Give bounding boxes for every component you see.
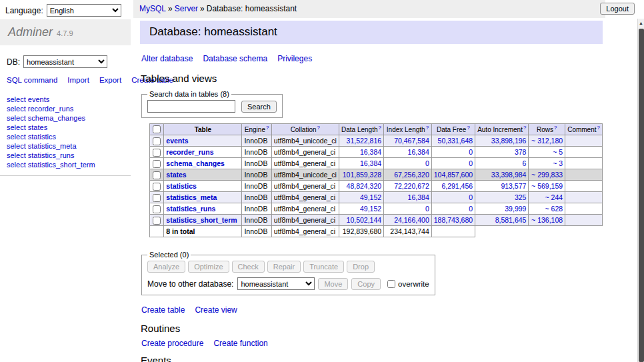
search-button[interactable]: Search — [241, 101, 277, 113]
help-link[interactable]: ? — [523, 125, 526, 131]
overwrite-checkbox[interactable] — [387, 280, 395, 288]
sidebar-select-statistics-link[interactable]: select statistics — [7, 133, 56, 141]
table-link[interactable]: recorder_runs — [166, 148, 213, 156]
index-length-link[interactable]: 67,256,320 — [394, 171, 429, 179]
truncate-button[interactable]: Truncate — [303, 261, 344, 273]
rows-link[interactable]: ~ 569,159 — [531, 182, 563, 190]
rows-link[interactable]: ~ 136,108 — [531, 216, 563, 224]
rows-link[interactable]: ~ 244 — [545, 193, 563, 201]
data-free-link[interactable]: 188,743,680 — [434, 216, 473, 224]
sidebar-select-events-link[interactable]: select events — [7, 95, 49, 103]
select-all-checkbox[interactable] — [153, 125, 161, 133]
repair-button[interactable]: Repair — [267, 261, 301, 273]
rows-link[interactable]: ~ 3 — [553, 159, 563, 167]
database-schema-link[interactable]: Database schema — [203, 54, 267, 63]
index-length-link[interactable]: 70,467,584 — [394, 137, 429, 145]
help-link[interactable]: ? — [317, 125, 320, 131]
help-link[interactable]: ? — [266, 125, 269, 131]
row-checkbox[interactable] — [153, 217, 161, 225]
optimize-button[interactable]: Optimize — [188, 261, 229, 273]
data-length-link[interactable]: 10,502,144 — [347, 216, 382, 224]
index-length-link[interactable]: 72,220,672 — [394, 182, 429, 190]
table-link[interactable]: statistics — [166, 182, 197, 190]
row-checkbox[interactable] — [153, 160, 161, 168]
breadcrumb-mysql-link[interactable]: MySQL — [139, 4, 166, 13]
auto-increment-link[interactable]: 39,999 — [505, 205, 526, 213]
sidebar-select-statistics-meta-link[interactable]: select statistics_meta — [7, 142, 77, 150]
create-function-link[interactable]: Create function — [213, 339, 267, 348]
table-link[interactable]: statistics_meta — [166, 193, 217, 201]
language-select[interactable]: English — [47, 4, 121, 17]
help-link[interactable]: ? — [597, 125, 600, 131]
row-checkbox[interactable] — [153, 183, 161, 191]
row-checkbox[interactable] — [153, 171, 161, 179]
data-free-link[interactable]: 6,291,456 — [441, 182, 473, 190]
analyze-button[interactable]: Analyze — [147, 261, 185, 273]
create-procedure-link[interactable]: Create procedure — [141, 339, 203, 348]
rows-link[interactable]: ~ 299,833 — [531, 171, 563, 179]
data-length-link[interactable]: 31,522,816 — [347, 137, 382, 145]
alter-database-link[interactable]: Alter database — [141, 54, 193, 63]
breadcrumb-server-link[interactable]: Server — [175, 4, 198, 13]
sidebar-select-statistics-short-term-link[interactable]: select statistics_short_term — [7, 161, 95, 169]
rows-link[interactable]: ~ 5 — [553, 148, 563, 156]
sidebar-select-states-link[interactable]: select states — [7, 123, 47, 131]
copy-button[interactable]: Copy — [351, 278, 381, 290]
scroll-up-arrow[interactable]: ▲ — [638, 19, 644, 28]
move-db-select[interactable]: homeassistant — [237, 277, 315, 290]
move-button[interactable]: Move — [318, 278, 348, 290]
auto-increment-link[interactable]: 8,581,645 — [495, 216, 527, 224]
help-link[interactable]: ? — [554, 125, 557, 131]
sidebar-action-import[interactable]: Import — [67, 76, 89, 84]
adminer-logo[interactable]: Adminer4.7.9 — [0, 19, 131, 45]
data-length-link[interactable]: 16,384 — [360, 159, 381, 167]
table-link[interactable]: schema_changes — [166, 159, 225, 167]
table-link[interactable]: statistics_short_term — [166, 216, 237, 224]
help-link[interactable]: ? — [426, 125, 429, 131]
help-link[interactable]: ? — [379, 125, 381, 131]
data-length-link[interactable]: 48,824,320 — [347, 182, 382, 190]
sidebar-select-recorder-runs-link[interactable]: select recorder_runs — [7, 105, 73, 113]
index-length-link[interactable]: 16,384 — [408, 148, 429, 156]
check-button[interactable]: Check — [232, 261, 265, 273]
sidebar-select-statistics-runs-link[interactable]: select statistics_runs — [7, 151, 74, 159]
data-length-link[interactable]: 49,152 — [360, 205, 381, 213]
sidebar-select-schema-changes-link[interactable]: select schema_changes — [7, 114, 85, 122]
create-view-link[interactable]: Create view — [195, 305, 237, 315]
row-checkbox[interactable] — [153, 205, 161, 213]
data-free-link[interactable]: 0 — [469, 159, 473, 167]
auto-increment-link[interactable]: 33,898,196 — [491, 137, 527, 145]
create-table-link[interactable]: Create table — [141, 305, 185, 315]
index-length-link[interactable]: 0 — [425, 205, 429, 213]
data-free-link[interactable]: 0 — [469, 193, 473, 201]
row-checkbox[interactable] — [153, 137, 161, 145]
rows-link[interactable]: ~ 312,180 — [531, 137, 563, 145]
index-length-link[interactable]: 16,384 — [408, 193, 429, 201]
auto-increment-link[interactable]: 325 — [515, 193, 527, 201]
table-link[interactable]: events — [166, 137, 188, 145]
rows-link[interactable]: ~ 628 — [545, 205, 563, 213]
data-length-link[interactable]: 49,152 — [360, 193, 381, 201]
drop-button[interactable]: Drop — [347, 261, 375, 273]
sidebar-action-export[interactable]: Export — [99, 76, 121, 84]
logout-button[interactable]: Logout — [600, 3, 635, 15]
data-free-link[interactable]: 50,331,648 — [438, 137, 473, 145]
row-checkbox[interactable] — [153, 194, 161, 202]
sidebar-action-sql-command[interactable]: SQL command — [7, 76, 57, 84]
table-link[interactable]: states — [166, 171, 186, 179]
auto-increment-link[interactable]: 33,398,984 — [491, 171, 527, 179]
help-link[interactable]: ? — [467, 125, 469, 131]
auto-increment-link[interactable]: 378 — [515, 148, 527, 156]
scrollbar-thumb[interactable] — [639, 29, 644, 362]
privileges-link[interactable]: Privileges — [277, 54, 312, 63]
data-length-link[interactable]: 16,384 — [360, 148, 381, 156]
row-checkbox[interactable] — [153, 149, 161, 157]
data-free-link[interactable]: 0 — [469, 205, 473, 213]
data-free-link[interactable]: 0 — [469, 148, 473, 156]
index-length-link[interactable]: 24,166,400 — [394, 216, 429, 224]
data-free-link[interactable]: 104,857,600 — [434, 171, 473, 179]
db-select[interactable]: homeassistant — [23, 55, 107, 68]
index-length-link[interactable]: 0 — [425, 159, 429, 167]
search-input[interactable] — [147, 100, 235, 113]
data-length-link[interactable]: 101,859,328 — [343, 171, 381, 179]
